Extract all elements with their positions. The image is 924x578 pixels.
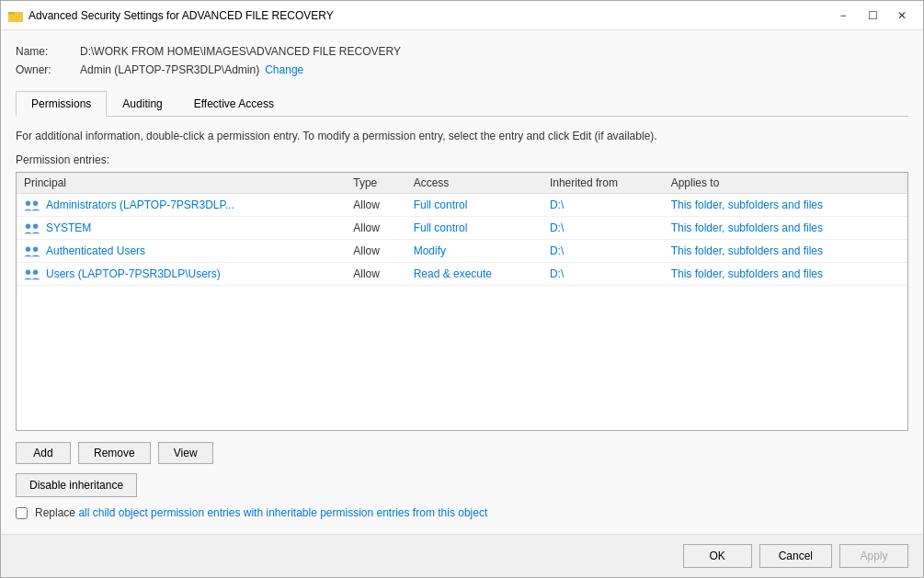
window-controls: − ☐ ✕ <box>829 6 916 26</box>
name-row: Name: D:\WORK FROM HOME\IMAGES\ADVANCED … <box>16 45 908 58</box>
user-icon <box>24 267 40 280</box>
actions-row: Add Remove View <box>16 442 908 464</box>
table-header-row: Principal Type Access Inherited from App… <box>17 173 907 194</box>
remove-button[interactable]: Remove <box>78 442 151 464</box>
minimize-button[interactable]: − <box>829 6 857 26</box>
permission-access: Read & execute <box>406 263 542 286</box>
svg-point-7 <box>26 247 30 252</box>
replace-row: Replace all child object permission entr… <box>16 506 908 519</box>
title-bar: Advanced Security Settings for ADVANCED … <box>1 1 923 30</box>
svg-point-6 <box>33 224 38 229</box>
col-principal: Principal <box>17 173 346 194</box>
content-area: Name: D:\WORK FROM HOME\IMAGES\ADVANCED … <box>1 30 923 534</box>
close-button[interactable]: ✕ <box>888 6 916 26</box>
table-row[interactable]: SYSTEM AllowFull controlD:\This folder, … <box>17 217 907 240</box>
owner-value: Admin (LAPTOP-7PSR3DLP\Admin) <box>80 63 259 76</box>
view-button[interactable]: View <box>158 442 213 464</box>
tab-effective-access[interactable]: Effective Access <box>178 91 290 117</box>
svg-point-8 <box>33 247 38 252</box>
section-label: Permission entries: <box>16 153 908 166</box>
disable-inheritance-button[interactable]: Disable inheritance <box>16 473 137 497</box>
permission-applies-to: This folder, subfolders and files <box>664 194 907 217</box>
tabs-container: Permissions Auditing Effective Access <box>16 91 908 117</box>
permission-applies-to: This folder, subfolders and files <box>664 217 907 240</box>
tab-auditing[interactable]: Auditing <box>107 91 177 117</box>
principal-name: Users (LAPTOP-7PSR3DLP\Users) <box>46 267 221 280</box>
permission-table: Principal Type Access Inherited from App… <box>17 173 907 286</box>
replace-text-before: Replace <box>35 506 78 519</box>
svg-point-3 <box>26 201 30 206</box>
ok-button[interactable]: OK <box>683 544 752 568</box>
replace-label: Replace all child object permission entr… <box>35 506 487 519</box>
disable-inheritance-row: Disable inheritance <box>16 473 908 497</box>
permission-table-container[interactable]: Principal Type Access Inherited from App… <box>16 172 908 431</box>
col-access: Access <box>406 173 542 194</box>
permission-applies-to: This folder, subfolders and files <box>664 263 907 286</box>
col-type: Type <box>346 173 405 194</box>
tab-permissions[interactable]: Permissions <box>16 91 107 117</box>
name-label: Name: <box>16 45 80 58</box>
svg-rect-2 <box>8 14 23 22</box>
add-button[interactable]: Add <box>16 442 71 464</box>
window-title: Advanced Security Settings for ADVANCED … <box>29 9 829 22</box>
table-row[interactable]: Administrators (LAPTOP-7PSR3DLP... Allow… <box>17 194 907 217</box>
main-window: Advanced Security Settings for ADVANCED … <box>0 0 924 578</box>
user-icon <box>24 221 40 234</box>
permission-access: Modify <box>406 240 542 263</box>
svg-point-5 <box>26 224 30 229</box>
principal-name: Administrators (LAPTOP-7PSR3DLP... <box>46 198 234 211</box>
col-applies: Applies to <box>664 173 907 194</box>
permission-type: Allow <box>346 217 405 240</box>
principal-name: Authenticated Users <box>46 244 145 257</box>
replace-checkbox[interactable] <box>16 507 28 519</box>
folder-icon <box>8 8 23 23</box>
permission-applies-to: This folder, subfolders and files <box>664 240 907 263</box>
svg-point-10 <box>33 270 38 275</box>
svg-point-9 <box>26 270 30 275</box>
svg-point-4 <box>33 201 38 206</box>
description-text: For additional information, double-click… <box>16 128 908 144</box>
permission-inherited-from: D:\ <box>542 217 664 240</box>
permission-type: Allow <box>346 263 405 286</box>
maximize-button[interactable]: ☐ <box>859 6 886 26</box>
permission-inherited-from: D:\ <box>542 240 664 263</box>
apply-button[interactable]: Apply <box>839 544 908 568</box>
owner-row: Owner: Admin (LAPTOP-7PSR3DLP\Admin) Cha… <box>16 63 908 76</box>
permission-inherited-from: D:\ <box>542 194 664 217</box>
permission-type: Allow <box>346 240 405 263</box>
user-icon <box>24 198 40 211</box>
table-row[interactable]: Users (LAPTOP-7PSR3DLP\Users) AllowRead … <box>17 263 907 286</box>
change-owner-link[interactable]: Change <box>265 63 303 76</box>
table-row[interactable]: Authenticated Users AllowModifyD:\This f… <box>17 240 907 263</box>
permission-type: Allow <box>346 194 405 217</box>
owner-label: Owner: <box>16 63 80 76</box>
permission-inherited-from: D:\ <box>542 263 664 286</box>
permission-access: Full control <box>406 194 542 217</box>
replace-text-link: all child object permission entries with… <box>78 506 487 519</box>
footer: OK Cancel Apply <box>1 534 923 577</box>
cancel-button[interactable]: Cancel <box>759 544 832 568</box>
name-value: D:\WORK FROM HOME\IMAGES\ADVANCED FILE R… <box>80 45 401 58</box>
permission-access: Full control <box>406 217 542 240</box>
col-inherited: Inherited from <box>542 173 664 194</box>
user-icon <box>24 244 40 257</box>
principal-name: SYSTEM <box>46 221 91 234</box>
